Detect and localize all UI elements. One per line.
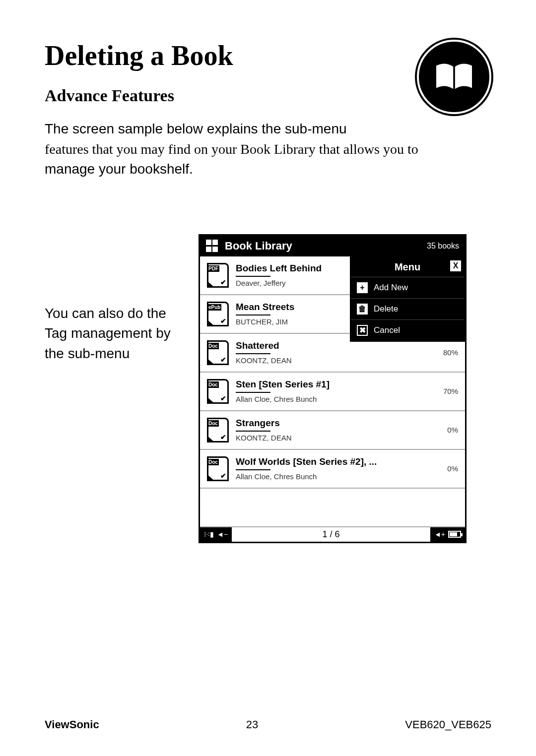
file-format-badge: ePub <box>207 304 221 311</box>
doc-file-icon: Doc✔ <box>207 418 229 442</box>
library-grid-icon <box>206 240 219 252</box>
book-author: KOONTZ, DEAN <box>236 434 426 442</box>
book-progress: 0% <box>433 464 458 473</box>
book-row[interactable]: Doc✔ Wolf Worlds [Sten Series #2], ... A… <box>200 450 465 489</box>
plus-icon: + <box>357 282 368 293</box>
book-list: Menu X + Add New 🗑 Delete ✖ Cancel PDF✔ <box>200 256 465 527</box>
file-format-badge: Doc <box>207 343 219 349</box>
footer-brand: ViewSonic <box>45 718 99 731</box>
book-progress: 80% <box>433 348 458 357</box>
file-format-badge: Doc <box>207 381 219 388</box>
menu-close-button[interactable]: X <box>450 260 461 271</box>
menu-item-delete[interactable]: 🗑 Delete <box>351 298 464 319</box>
intro-line-3: manage your bookshelf. <box>45 161 193 177</box>
menu-item-label: Cancel <box>374 325 400 335</box>
doc-file-icon: Doc✔ <box>207 379 229 404</box>
book-title: Shattered <box>236 340 426 351</box>
volume-up-icon: ◄+ <box>434 530 445 538</box>
book-count: 35 books <box>427 242 459 251</box>
epub-file-icon: ePub✔ <box>207 302 229 326</box>
book-author: KOONTZ, DEAN <box>236 356 426 365</box>
book-progress: 0% <box>433 426 458 434</box>
battery-icon <box>448 531 461 538</box>
file-format-badge: Doc <box>207 420 219 427</box>
menu-item-label: Delete <box>374 304 398 314</box>
intro-paragraph: The screen sample below explains the sub… <box>45 119 491 180</box>
book-progress: 70% <box>433 387 458 395</box>
cancel-icon: ✖ <box>357 325 368 336</box>
empty-row <box>200 489 465 527</box>
book-title: Sten [Sten Series #1] <box>236 379 426 390</box>
menu-item-label: Add New <box>374 283 408 293</box>
side-note: You can also do the Tag management by th… <box>45 304 184 364</box>
book-row[interactable]: Doc✔ Sten [Sten Series #1] Allan Cloe, C… <box>200 373 465 411</box>
book-author: Allan Cloe, Chres Bunch <box>236 395 426 403</box>
device-header: Book Library 35 books <box>200 236 465 256</box>
menu-title: Menu X <box>351 257 464 277</box>
footer-right-icons: ◄+ <box>430 527 465 541</box>
context-menu: Menu X + Add New 🗑 Delete ✖ Cancel <box>350 256 465 342</box>
book-title: Strangers <box>236 418 426 429</box>
signal-icon: ⁝⁖▮ <box>204 530 214 538</box>
footer-page-number: 23 <box>246 718 258 731</box>
library-title: Book Library <box>225 240 421 252</box>
book-title: Wolf Worlds [Sten Series #2], ... <box>236 456 426 467</box>
device-footer: ⁝⁖▮ ◄− 1 / 6 ◄+ <box>200 527 465 542</box>
device-screenshot: Book Library 35 books Menu X + Add New 🗑… <box>199 234 467 543</box>
file-format-badge: Doc <box>207 459 219 465</box>
page-indicator: 1 / 6 <box>232 527 430 542</box>
book-row[interactable]: Doc✔ Strangers KOONTZ, DEAN 0% <box>200 411 465 450</box>
intro-line-2: features that you may find on your Book … <box>45 141 418 157</box>
pdf-file-icon: PDF✔ <box>207 263 229 288</box>
page-footer: ViewSonic 23 VEB620_VEB625 <box>45 718 491 731</box>
footer-left-icons: ⁝⁖▮ ◄− <box>200 527 232 541</box>
menu-item-cancel[interactable]: ✖ Cancel <box>351 319 464 341</box>
footer-model: VEB620_VEB625 <box>405 718 491 731</box>
volume-down-icon: ◄− <box>217 530 228 538</box>
book-logo-icon <box>417 40 491 114</box>
doc-file-icon: Doc✔ <box>207 340 229 365</box>
menu-title-text: Menu <box>395 261 420 273</box>
menu-item-add-new[interactable]: + Add New <box>351 277 464 298</box>
file-format-badge: PDF <box>207 265 219 272</box>
doc-file-icon: Doc✔ <box>207 456 229 481</box>
intro-line-1: The screen sample below explains the sub… <box>45 121 347 136</box>
trash-icon: 🗑 <box>357 304 368 315</box>
book-author: Allan Cloe, Chres Bunch <box>236 472 426 481</box>
